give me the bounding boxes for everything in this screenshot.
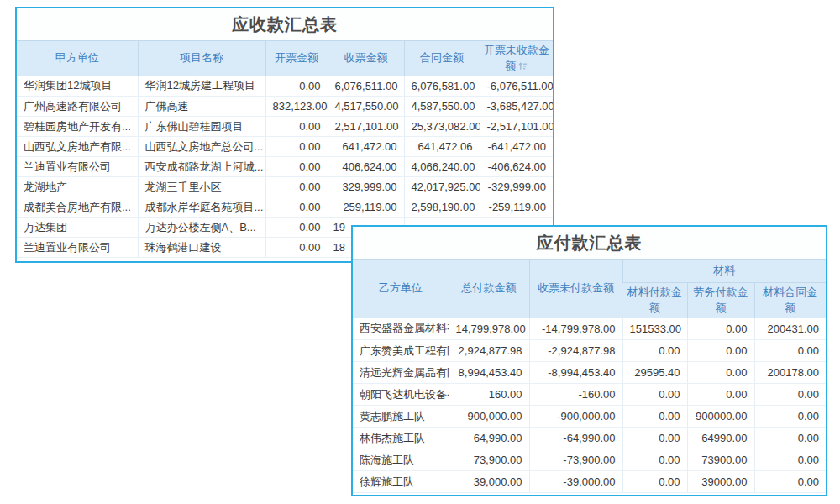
- receivable-cell: 641,472.06: [404, 137, 480, 157]
- receivable-cell: -2,517,101.00: [480, 117, 553, 137]
- payable-cell[interactable]: 0.00: [754, 384, 826, 406]
- receivable-cell: 0.00: [265, 238, 328, 258]
- payable-cell[interactable]: 200431.00: [754, 318, 826, 340]
- receivable-cell: 碧桂园房地产开发有...: [17, 117, 138, 137]
- column-header-labor-payment[interactable]: 劳务付款金额: [687, 283, 754, 318]
- payable-cell[interactable]: 0.00: [754, 449, 826, 471]
- payable-cell[interactable]: 64990.00: [687, 428, 754, 449]
- column-header-contract-amount[interactable]: 合同金额: [404, 41, 480, 76]
- payable-summary-panel: 应付款汇总表 乙方单位 总付款金额 收票未付款金额 材料 材料付款金额 劳务付款…: [351, 225, 827, 496]
- column-header-total-payment[interactable]: 总付款金额: [449, 260, 529, 318]
- payable-cell: 8,994,453.40: [449, 362, 529, 384]
- payable-row: 清远光辉金属品有限8,994,453.40-8,994,453.4029595.…: [353, 362, 826, 384]
- receivable-header-row: 甲方单位 项目名称 开票金额 收票金额 合同金额 开票未收款金额: [17, 41, 553, 76]
- payable-cell[interactable]: 陈海施工队: [353, 449, 449, 471]
- receivable-cell: 2,517,101.00: [328, 117, 404, 137]
- payable-cell[interactable]: 39000.00: [687, 471, 754, 493]
- payable-cell[interactable]: 0.00: [687, 384, 754, 406]
- payable-cell[interactable]: 广东赞美成工程有限: [353, 340, 449, 362]
- payable-row: 广东赞美成工程有限2,924,877.98-2,924,877.980.000.…: [353, 340, 826, 362]
- payable-cell[interactable]: 151533.00: [622, 318, 687, 340]
- payable-cell: -8,994,453.40: [529, 362, 622, 384]
- payable-cell: 73,900.00: [449, 449, 529, 471]
- column-header-material-contract[interactable]: 材料合同金额: [754, 283, 826, 318]
- payable-cell: -64,990.00: [529, 428, 622, 449]
- column-header-material-payment[interactable]: 材料付款金额: [622, 283, 687, 318]
- receivable-cell: 329,999.00: [328, 177, 404, 197]
- receivable-cell: 4,066,240.00: [404, 157, 480, 177]
- payable-cell[interactable]: 0.00: [754, 406, 826, 428]
- receivable-cell: -3,685,427.00: [480, 97, 553, 117]
- payable-header-row: 乙方单位 总付款金额 收票未付款金额 材料: [353, 260, 826, 283]
- receivable-cell: 兰迪置业有限公司: [17, 238, 138, 258]
- payable-cell[interactable]: 朝阳飞达机电设备有: [353, 384, 449, 406]
- sort-icon[interactable]: [518, 61, 528, 71]
- receivable-cell: 2,598,190.00: [404, 197, 480, 218]
- payable-cell[interactable]: 0.00: [622, 428, 687, 449]
- receivable-row: 山西弘文房地产有限...山西弘文房地产总公司...0.00641,472.006…: [17, 137, 553, 157]
- payable-cell[interactable]: 0.00: [687, 318, 754, 340]
- payable-row: 徐辉施工队39,000.00-39,000.000.0039000.000.00: [353, 471, 826, 493]
- receivable-cell: 42,017,925.00: [404, 177, 480, 197]
- receivable-cell: 广东佛山碧桂园项目: [138, 117, 265, 137]
- receivable-cell: 641,472.00: [328, 137, 404, 157]
- payable-cell[interactable]: 0.00: [622, 406, 687, 428]
- column-header-received-amount[interactable]: 收票金额: [328, 41, 404, 76]
- receivable-cell: -6,076,511.00: [480, 76, 553, 97]
- payable-cell: -14,799,978.00: [529, 318, 622, 340]
- receivable-cell: 0.00: [265, 157, 328, 177]
- payable-cell[interactable]: 0.00: [754, 340, 826, 362]
- payable-cell[interactable]: 0.00: [754, 471, 826, 493]
- payable-cell: 900,000.00: [449, 406, 529, 428]
- receivable-cell: 山西弘文房地产有限...: [17, 137, 138, 157]
- receivable-cell: 0.00: [265, 177, 328, 197]
- payable-cell[interactable]: 0.00: [622, 471, 687, 493]
- receivable-cell: 6,076,581.00: [404, 76, 480, 97]
- report-canvas: 应收款汇总表 甲方单位 项目名称 开票金额 收票金额 合同金额 开票未收款金额 …: [0, 0, 840, 504]
- payable-table-body: 西安盛器金属材料有14,799,978.00-14,799,978.001515…: [353, 318, 826, 493]
- column-header-invoice-unpaid[interactable]: 收票未付款金额: [529, 260, 622, 318]
- payable-cell[interactable]: 徐辉施工队: [353, 471, 449, 493]
- column-header-invoiced-unreceived-amount[interactable]: 开票未收款金额: [480, 41, 553, 76]
- payable-cell[interactable]: 清远光辉金属品有限: [353, 362, 449, 384]
- payable-cell[interactable]: 29595.40: [622, 362, 687, 384]
- receivable-cell: 25,373,082.00: [404, 117, 480, 137]
- receivable-cell: 0.00: [265, 137, 328, 157]
- payable-cell[interactable]: 西安盛器金属材料有: [353, 318, 449, 340]
- payable-cell[interactable]: 0.00: [622, 449, 687, 471]
- receivable-cell: 华润集团12城项目: [17, 76, 138, 97]
- column-header-invoiced-amount[interactable]: 开票金额: [265, 41, 328, 76]
- payable-row: 黄志鹏施工队900,000.00-900,000.000.00900000.00…: [353, 406, 826, 428]
- receivable-cell: -259,119.00: [480, 197, 553, 218]
- column-header-project-name[interactable]: 项目名称: [138, 41, 265, 76]
- payable-cell[interactable]: 73900.00: [687, 449, 754, 471]
- receivable-cell: 4,587,550.00: [404, 97, 480, 117]
- receivable-row: 龙湖地产龙湖三千里小区0.00329,999.0042,017,925.00-3…: [17, 177, 553, 197]
- receivable-cell: -329,999.00: [480, 177, 553, 197]
- payable-panel-title: 应付款汇总表: [353, 227, 826, 259]
- receivable-cell: 龙湖地产: [17, 177, 138, 197]
- payable-cell[interactable]: 0.00: [622, 340, 687, 362]
- payable-cell[interactable]: 林伟杰施工队: [353, 428, 449, 449]
- receivable-cell: 广佛高速: [138, 97, 265, 117]
- receivable-row: 兰迪置业有限公司西安成都路龙湖上河城...0.00406,624.004,066…: [17, 157, 553, 177]
- payable-cell[interactable]: 黄志鹏施工队: [353, 406, 449, 428]
- payable-cell[interactable]: 0.00: [687, 362, 754, 384]
- receivable-cell: 龙湖三千里小区: [138, 177, 265, 197]
- column-header-party-a[interactable]: 甲方单位: [17, 41, 138, 76]
- column-header-party-b[interactable]: 乙方单位: [353, 260, 449, 318]
- payable-cell[interactable]: 0.00: [622, 384, 687, 406]
- payable-cell[interactable]: 0.00: [687, 340, 754, 362]
- payable-cell[interactable]: 200178.00: [754, 362, 826, 384]
- receivable-row: 华润集团12城项目华润12城房建工程项目0.006,076,511.006,07…: [17, 76, 553, 97]
- receivable-cell: 西安成都路龙湖上河城...: [138, 157, 265, 177]
- payable-cell[interactable]: 0.00: [754, 428, 826, 449]
- payable-cell: -39,000.00: [529, 471, 622, 493]
- receivable-cell: 成都水岸华庭名苑项目...: [138, 197, 265, 218]
- column-group-header-material: 材料: [622, 260, 826, 283]
- receivable-cell: 832,123.00: [265, 97, 328, 117]
- payable-cell[interactable]: 900000.00: [687, 406, 754, 428]
- receivable-cell: -641,472.00: [480, 137, 553, 157]
- payable-cell: 2,924,877.98: [449, 340, 529, 362]
- payable-row: 西安盛器金属材料有14,799,978.00-14,799,978.001515…: [353, 318, 826, 340]
